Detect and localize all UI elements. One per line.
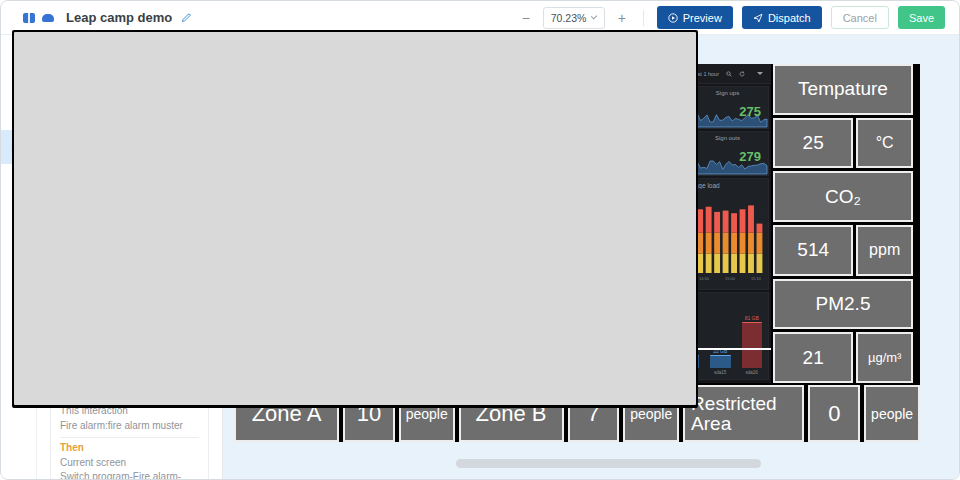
chevron-down-icon	[591, 13, 598, 20]
zoom-out-button[interactable]: −	[518, 10, 534, 26]
pm25-unit-widget[interactable]: µg/m³	[856, 332, 913, 383]
top-toolbar: Leap camp demo − 70.23% + Preview Dispat…	[1, 1, 959, 35]
sign-outs-value: 279	[739, 149, 761, 164]
sensor-widgets-column: Tempature 25 °C CO₂ 514 ppm PM2.5 21 µg/…	[773, 64, 913, 383]
svg-text:15:10: 15:10	[751, 276, 762, 281]
disk-bar-rect	[710, 355, 731, 368]
co2-unit-widget[interactable]: ppm	[856, 225, 913, 276]
preview-button[interactable]: Preview	[657, 6, 733, 29]
refresh-icon	[739, 71, 745, 77]
svg-text:15:00: 15:00	[725, 276, 736, 281]
edit-title-icon[interactable]	[181, 12, 192, 23]
temperature-label-widget[interactable]: Tempature	[773, 64, 913, 115]
app-logo-icons	[23, 13, 54, 23]
temperature-value-widget[interactable]: 25	[773, 118, 853, 169]
horizontal-scrollbar[interactable]	[456, 459, 761, 468]
zoom-level-value: 70.23%	[551, 12, 587, 24]
then-label: Then	[60, 442, 199, 455]
restricted-area-unit-widget[interactable]: people	[864, 385, 920, 442]
zoom-level-select[interactable]: 70.23%	[543, 7, 605, 29]
co2-value-widget[interactable]: 514	[773, 225, 853, 276]
zoom-in-button[interactable]: +	[614, 10, 630, 26]
svg-text:14:50: 14:50	[699, 276, 710, 281]
disk-bar-label: sda16	[746, 370, 758, 375]
pm25-label-widget[interactable]: PM2.5	[773, 279, 913, 330]
caret-down-icon	[757, 72, 763, 75]
toolbar-divider	[643, 10, 644, 26]
cloud-icon	[42, 14, 54, 22]
app-window: Leap camp demo − 70.23% + Preview Dispat…	[0, 0, 960, 480]
restricted-area-count-widget[interactable]: 0	[808, 385, 860, 442]
then-line: Switch program-Fire alarm-mu...	[60, 471, 199, 479]
save-button[interactable]: Save	[898, 6, 945, 29]
send-icon	[753, 13, 763, 23]
panel-sign-ups: Sign ups 275	[686, 86, 769, 129]
co2-label-widget[interactable]: CO₂	[773, 171, 913, 222]
sign-ups-value: 275	[739, 104, 761, 119]
card-divider	[60, 437, 199, 438]
search-icon	[726, 71, 732, 77]
play-circle-icon	[668, 13, 678, 23]
dispatch-button[interactable]: Dispatch	[742, 6, 822, 29]
project-title: Leap camp demo	[66, 10, 172, 25]
restricted-area-label-widget[interactable]: Restricted Area	[683, 385, 804, 442]
disk-bar: 81 GBsda16	[742, 299, 763, 375]
panel-sign-outs: Sign outs 279	[686, 131, 769, 176]
then-line: Current screen	[60, 457, 199, 470]
pm25-value-widget[interactable]: 21	[773, 332, 853, 383]
when-line: Fire alarm:fire alarm muster	[60, 420, 199, 433]
temperature-unit-widget[interactable]: °C	[856, 118, 913, 169]
disk-bar-rect	[742, 322, 763, 369]
disk-bar-value: 81 GB	[745, 315, 759, 321]
disk-bar: 22 GBsda15	[710, 299, 731, 375]
screen-icon	[12, 30, 698, 408]
window-icon	[23, 13, 35, 23]
disk-bar-label: sda15	[714, 370, 726, 375]
cancel-button[interactable]: Cancel	[831, 6, 889, 29]
